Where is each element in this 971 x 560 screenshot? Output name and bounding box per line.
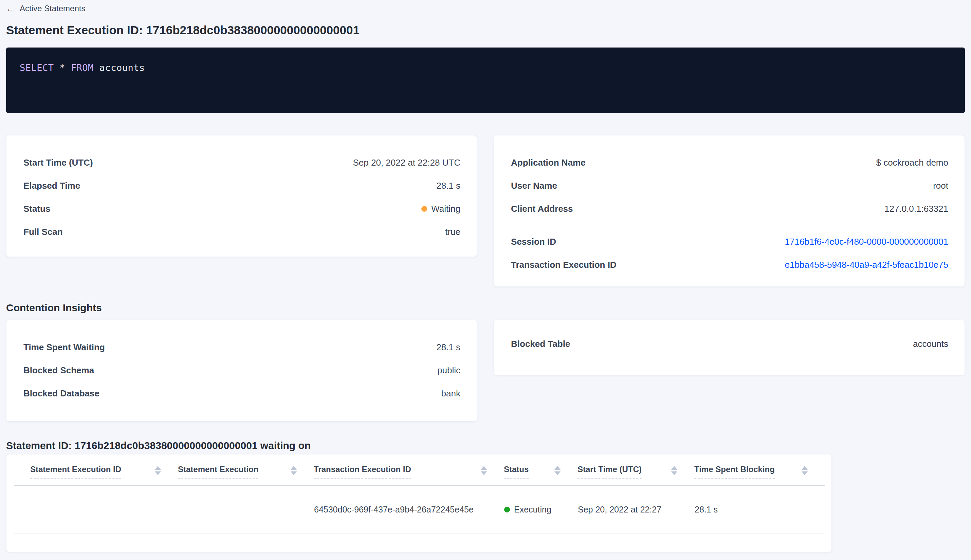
status-badge: Executing — [504, 505, 577, 515]
column-label: Transaction Execution ID — [314, 465, 411, 479]
session-row-transaction-execution-id: Transaction Execution ID e1bba458-5948-4… — [511, 253, 948, 276]
sort-icon — [290, 466, 297, 475]
contention-row-blocked-table: Blocked Table accounts — [511, 332, 948, 355]
sort-icon — [802, 466, 808, 475]
sort-icon — [554, 466, 561, 475]
waiting-statements-table: Statement Execution ID Statement Executi… — [14, 455, 824, 534]
row-value: public — [437, 365, 460, 376]
contention-row-time-spent-waiting: Time Spent Waiting 28.1 s — [23, 336, 460, 359]
column-label: Statement Execution ID — [30, 465, 121, 479]
row-label: User Name — [511, 180, 557, 191]
session-row-application-name: Application Name $ cockroach demo — [511, 151, 948, 174]
row-value: root — [933, 180, 948, 191]
status-badge: Waiting — [421, 203, 460, 214]
table-header-row: Statement Execution ID Statement Executi… — [14, 455, 825, 486]
cell-statement-execution — [178, 486, 314, 534]
column-header-status[interactable]: Status — [504, 455, 577, 486]
row-label: Time Spent Waiting — [23, 342, 105, 353]
session-card: Application Name $ cockroach demo User N… — [494, 135, 965, 287]
column-header-time-spent-blocking[interactable]: Time Spent Blocking — [694, 455, 825, 486]
sort-icon — [481, 466, 487, 475]
page-title: Statement Execution ID: 1716b218dc0b3838… — [6, 23, 965, 37]
back-link[interactable]: ← Active Statements — [6, 3, 85, 14]
summary-cards-row: Start Time (UTC) Sep 20, 2022 at 22:28 U… — [6, 135, 965, 287]
card-divider — [511, 225, 948, 225]
row-label: Blocked Schema — [23, 365, 94, 376]
row-value: 28.1 s — [436, 342, 460, 353]
overview-row-full-scan: Full Scan true — [23, 220, 460, 243]
overview-row-start-time: Start Time (UTC) Sep 20, 2022 at 22:28 U… — [23, 151, 460, 174]
sql-keyword-from: FROM — [71, 62, 94, 73]
sql-star: * — [54, 62, 71, 73]
cell-transaction-execution-id: 64530d0c-969f-437e-a9b4-26a72245e45e — [314, 486, 504, 534]
row-value: $ cockroach demo — [876, 157, 948, 168]
row-value: Sep 20, 2022 at 22:28 UTC — [353, 157, 460, 168]
column-label: Time Spent Blocking — [694, 465, 775, 479]
column-header-start-time[interactable]: Start Time (UTC) — [577, 455, 694, 486]
cell-statement-execution-id — [14, 486, 178, 534]
row-label: Start Time (UTC) — [23, 157, 93, 168]
row-label: Status — [23, 203, 50, 214]
sql-table-name: accounts — [94, 62, 145, 73]
row-value: accounts — [913, 339, 948, 349]
status-executing-dot-icon — [504, 507, 510, 512]
row-value: true — [445, 227, 460, 237]
status-text: Waiting — [431, 203, 460, 214]
status-waiting-dot-icon — [421, 206, 427, 212]
sort-icon — [155, 466, 161, 475]
cell-start-time: Sep 20, 2022 at 22:27 — [577, 486, 694, 534]
column-label: Start Time (UTC) — [577, 465, 642, 479]
statement-details-page: ← Active Statements Statement Execution … — [0, 3, 971, 552]
sort-icon — [671, 466, 677, 475]
sql-statement-box: SELECT * FROM accounts — [6, 48, 965, 113]
column-header-statement-execution-id[interactable]: Statement Execution ID — [14, 455, 178, 486]
overview-row-status: Status Waiting — [23, 197, 460, 220]
contention-cards-row: Time Spent Waiting 28.1 s Blocked Schema… — [6, 320, 965, 422]
session-row-client-address: Client Address 127.0.0.1:63321 — [511, 197, 948, 220]
row-label: Application Name — [511, 157, 586, 168]
row-label: Blocked Database — [23, 388, 100, 399]
contention-row-blocked-database: Blocked Database bank — [23, 382, 460, 405]
overview-row-elapsed-time: Elapsed Time 28.1 s — [23, 174, 460, 197]
session-row-session-id: Session ID 1716b1f6-4e0c-f480-0000-00000… — [511, 230, 948, 253]
cell-time-spent-blocking: 28.1 s — [694, 486, 825, 534]
column-header-transaction-execution-id[interactable]: Transaction Execution ID — [314, 455, 504, 486]
contention-row-blocked-schema: Blocked Schema public — [23, 359, 460, 382]
arrow-left-icon: ← — [6, 4, 15, 13]
waiting-statements-table-card: Statement Execution ID Statement Executi… — [6, 454, 832, 552]
status-text: Executing — [514, 505, 551, 515]
row-label: Full Scan — [23, 227, 63, 237]
row-value: 28.1 s — [436, 180, 460, 191]
contention-left-card: Time Spent Waiting 28.1 s Blocked Schema… — [6, 320, 477, 422]
row-value: bank — [441, 388, 460, 399]
transaction-execution-id-link[interactable]: e1bba458-5948-40a9-a42f-5feac1b10e75 — [785, 260, 948, 270]
sql-keyword-select: SELECT — [20, 62, 54, 73]
row-label: Blocked Table — [511, 339, 570, 349]
column-label: Statement Execution — [178, 465, 259, 479]
row-value: 127.0.0.1:63321 — [884, 203, 948, 214]
waiting-on-heading: Statement ID: 1716b218dc0b38380000000000… — [6, 439, 965, 452]
sql-statement-text: SELECT * FROM accounts — [20, 62, 145, 73]
row-label: Transaction Execution ID — [511, 260, 617, 270]
column-header-statement-execution[interactable]: Statement Execution — [178, 455, 314, 486]
row-label: Elapsed Time — [23, 180, 80, 191]
cell-status: Executing — [504, 486, 577, 534]
contention-right-card: Blocked Table accounts — [494, 320, 965, 375]
session-id-link[interactable]: 1716b1f6-4e0c-f480-0000-000000000001 — [785, 237, 948, 247]
row-label: Session ID — [511, 237, 556, 247]
session-row-user-name: User Name root — [511, 174, 948, 197]
table-row: 64530d0c-969f-437e-a9b4-26a72245e45e Exe… — [14, 486, 825, 534]
row-label: Client Address — [511, 203, 573, 214]
column-label: Status — [504, 465, 529, 479]
overview-card: Start Time (UTC) Sep 20, 2022 at 22:28 U… — [6, 135, 477, 257]
contention-insights-heading: Contention Insights — [6, 302, 965, 314]
back-link-label: Active Statements — [20, 4, 85, 13]
